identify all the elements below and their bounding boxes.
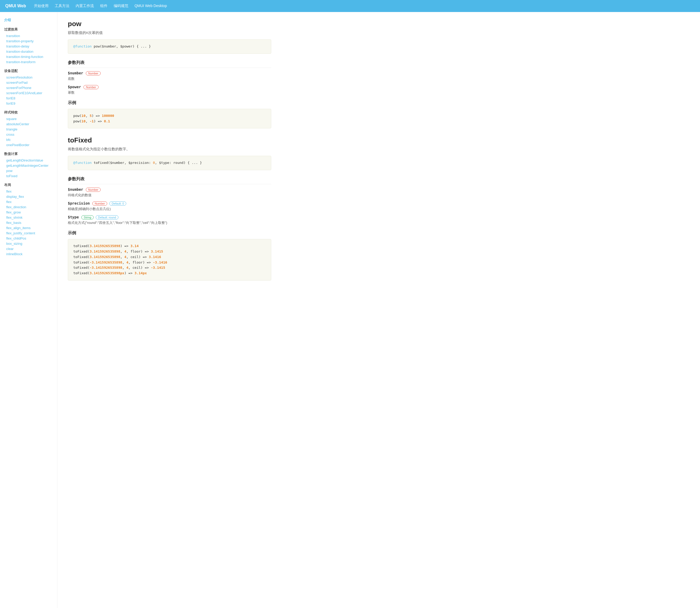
sidebar-item-for-ie9[interactable]: forIE9: [4, 101, 53, 106]
sidebar-item-transition-delay[interactable]: transition-delay: [4, 44, 53, 49]
pow-param-power-name: $power: [68, 85, 81, 89]
toFixed-param-number-name: $number: [68, 187, 83, 192]
sidebar-item-display-flex[interactable]: display_flex: [4, 194, 53, 199]
sidebar-item-inline-block[interactable]: inlineBlock: [4, 251, 53, 256]
sidebar-item-transition-transform[interactable]: transition-transform: [4, 59, 53, 64]
pow-param-number-name: $number: [68, 71, 83, 75]
toFixed-param-precision-badge-default: Default: 0: [109, 202, 126, 206]
sidebar-item-screen-for-phone[interactable]: screenForPhone: [4, 85, 53, 90]
main-content: pow 获取数值的n次幂的值 @function pow($number, $p…: [57, 12, 282, 608]
sidebar-item-screen-for-ie10[interactable]: screenForIE10AndLater: [4, 91, 53, 95]
nav-link-desktop[interactable]: QMUI Web Desktop: [135, 4, 167, 8]
pow-param-number: $number Number 底数: [68, 71, 271, 81]
toFixed-param-precision-badge-number: Number: [92, 202, 107, 206]
pow-sig-text: pow($number, $power) { ... }: [94, 44, 151, 48]
toFixed-signature: @function toFixed($number, $precision: 0…: [68, 156, 271, 170]
sidebar-item-absolute-center[interactable]: absoluteCenter: [4, 121, 53, 127]
sidebar-item-transition-duration[interactable]: transition-duration: [4, 49, 53, 54]
sidebar-item-flex-justify[interactable]: flex_justify_content: [4, 231, 53, 235]
sidebar-item-flex-align[interactable]: flex_align_items: [4, 226, 53, 230]
pow-signature: @function pow($number, $power) { ... }: [68, 39, 271, 54]
toFixed-params-title: 参数列表: [68, 176, 271, 184]
sidebar-item-get-length-max[interactable]: getLengthMaxIntegerCenter: [4, 163, 53, 168]
nav-link-components[interactable]: 组件: [100, 4, 108, 8]
pow-example-line-2: pow(10, -1) => 0.1: [73, 119, 266, 124]
toFixed-example-line-4: toFixed(-3.1415926535898, 4, floor) => -…: [73, 260, 266, 265]
toFixed-example-line-1: toFixed(3.1415926535898) => 3.14: [73, 244, 266, 249]
pow-desc: 获取数值的n次幂的值: [68, 31, 271, 35]
sidebar-section-transitions: 过渡效果: [4, 27, 53, 32]
toFixed-example-line-5: toFixed(-3.1415926535898, 4, ceil) => -3…: [73, 265, 266, 271]
toFixed-sig-text: toFixed($number, $precision:: [94, 161, 153, 165]
sidebar-item-clear[interactable]: clear: [4, 246, 53, 251]
sidebar-item-tofixed[interactable]: toFixed: [4, 173, 53, 178]
sidebar-item-flex-grow[interactable]: flex_grow: [4, 210, 53, 215]
pow-sig-function-kw: @function: [73, 44, 92, 48]
toFixed-desc: 将数值格式化为指定小数位数的数字。: [68, 147, 271, 152]
toFixed-param-type: $type String Default: round 格式化方式("round…: [68, 215, 271, 225]
toFixed-example-line-2: toFixed(3.1415926535898, 4, floor) => 3.…: [73, 249, 266, 254]
toFixed-example-block: toFixed(3.1415926535898) => 3.14 toFixed…: [68, 239, 271, 281]
sidebar-item-box-sizing[interactable]: box_sizing: [4, 241, 53, 246]
toFixed-param-precision-desc: 精确度(精确到小数点后几位): [68, 207, 271, 211]
toFixed-param-type-badge-default: Default: round: [96, 215, 118, 220]
pow-param-power-badge: Number: [83, 85, 98, 89]
sidebar-item-transition-timing[interactable]: transition-timing-function: [4, 54, 53, 59]
top-navigation: QMUI Web 开始使用 工具方法 内置工作流 组件 编码规范 QMUI We…: [0, 0, 700, 12]
pow-title: pow: [68, 20, 271, 28]
nav-link-start[interactable]: 开始使用: [34, 4, 48, 8]
sidebar-section-math: 数值计算: [4, 152, 53, 156]
sidebar-item-flex-basis[interactable]: flex_basis: [4, 220, 53, 225]
nav-link-workflow[interactable]: 内置工作流: [76, 4, 94, 8]
sidebar-section-layout: 布局: [4, 183, 53, 187]
nav-link-tools[interactable]: 工具方法: [55, 4, 70, 8]
toFixed-param-type-desc: 格式化方式("round":"四舍五入","floor":"向下取整","cei…: [68, 221, 271, 225]
pow-param-number-badge: Number: [86, 71, 101, 75]
sidebar-item-bfc[interactable]: bfc: [4, 137, 53, 142]
toFixed-param-precision: $precision Number Default: 0 精确度(精确到小数点后…: [68, 201, 271, 211]
sidebar-section-style: 样式特效: [4, 110, 53, 115]
sidebar-item-flex-direction[interactable]: flex_direction: [4, 205, 53, 210]
sidebar-item-triangle[interactable]: triangle: [4, 127, 53, 132]
toFixed-param-number-badge: Number: [86, 188, 101, 192]
pow-example-line-1: pow(10, 5) => 100000: [73, 113, 266, 119]
pow-example-title: 示例: [68, 100, 271, 106]
sidebar-item-cross[interactable]: cross: [4, 132, 53, 137]
sidebar-intro[interactable]: 介绍: [4, 17, 53, 23]
pow-param-power: $power Number 幂数: [68, 85, 271, 95]
sidebar-item-transition[interactable]: transition: [4, 33, 53, 38]
toFixed-sig-function-kw: @function: [73, 161, 92, 165]
sidebar-item-screen-resolution[interactable]: screenResolution: [4, 75, 53, 80]
pow-example-block: pow(10, 5) => 100000 pow(10, -1) => 0.1: [68, 109, 271, 129]
sidebar-item-for-ie8[interactable]: forIE8: [4, 96, 53, 101]
sidebar-item-pow[interactable]: pow: [4, 168, 53, 173]
toFixed-param-precision-name: $precision: [68, 201, 90, 205]
toFixed-example-line-3: toFixed(3.1415926535898, 4, ceil) => 3.1…: [73, 254, 266, 260]
pow-param-power-desc: 幂数: [68, 90, 271, 95]
toFixed-param-type-name: $type: [68, 215, 79, 219]
pow-param-number-desc: 底数: [68, 76, 271, 81]
nav-links: 开始使用 工具方法 内置工作流 组件 编码规范 QMUI Web Desktop: [34, 4, 167, 8]
sidebar-section-device: 设备适配: [4, 69, 53, 73]
toFixed-example-title: 示例: [68, 230, 271, 236]
toFixed-title: toFixed: [68, 136, 271, 144]
sidebar-item-one-pixel-border[interactable]: onePixelBorder: [4, 142, 53, 148]
pow-params-title: 参数列表: [68, 60, 271, 68]
sidebar-item-flex-1[interactable]: flex: [4, 200, 53, 204]
toFixed-param-number-desc: 待格式化的数值: [68, 193, 271, 197]
sidebar-item-screen-for-pad[interactable]: screenForPad: [4, 80, 53, 85]
sidebar-item-flex-childpos[interactable]: flex_childPos: [4, 236, 53, 241]
toFixed-param-number: $number Number 待格式化的数值: [68, 187, 271, 197]
sidebar: 介绍 过渡效果 transition transition-property t…: [0, 12, 57, 608]
toFixed-example-line-6: toFixed(3.1415926535898px) => 3.14px: [73, 271, 266, 276]
sidebar-item-transition-property[interactable]: transition-property: [4, 39, 53, 43]
brand-logo[interactable]: QMUI Web: [5, 4, 26, 8]
page-layout: 介绍 过渡效果 transition transition-property t…: [0, 12, 700, 608]
nav-link-coding[interactable]: 编码规范: [114, 4, 128, 8]
sidebar-item-get-length-direction[interactable]: getLengthDirectionValue: [4, 158, 53, 163]
sidebar-item-flex-shrink[interactable]: flex_shrink: [4, 215, 53, 220]
sidebar-item-flex-0[interactable]: flex: [4, 189, 53, 194]
sidebar-item-square[interactable]: square: [4, 116, 53, 121]
toFixed-param-type-badge-string: String: [81, 215, 94, 220]
